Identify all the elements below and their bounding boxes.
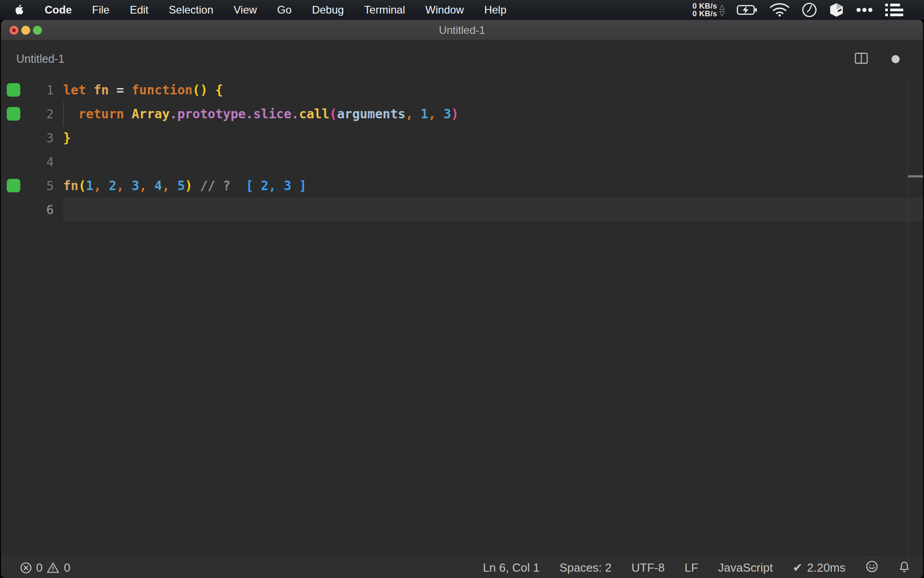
- indentation-setting[interactable]: Spaces: 2: [559, 561, 612, 575]
- line-number: 1: [1, 78, 54, 102]
- menu-items: CodeFileEditSelectionViewGoDebugTerminal…: [45, 4, 507, 16]
- overview-ruler-border: [907, 77, 908, 557]
- quokka-performance[interactable]: ✔ 2.20ms: [793, 561, 845, 575]
- editor-line-1[interactable]: 1let fn = function() {: [1, 78, 923, 102]
- editor-line-2[interactable]: 2 return Array.prototype.slice.call(argu…: [1, 102, 923, 126]
- wifi-icon[interactable]: [770, 3, 790, 17]
- open-file-label[interactable]: Untitled-1: [16, 41, 65, 77]
- code-text: let fn = function() {: [63, 78, 223, 102]
- menu-bar-left: CodeFileEditSelectionViewGoDebugTerminal…: [0, 4, 507, 16]
- menu-item-file[interactable]: File: [92, 4, 110, 16]
- window-title: Untitled-1: [1, 20, 923, 41]
- warnings-count: 0: [64, 561, 70, 575]
- upload-speed: 0 KB/s: [693, 2, 717, 10]
- menu-item-view[interactable]: View: [234, 4, 257, 16]
- menu-item-go[interactable]: Go: [277, 4, 291, 16]
- split-editor-icon[interactable]: [855, 51, 868, 67]
- editor-line-6[interactable]: 6: [1, 198, 923, 222]
- overview-ruler-cursor-marker: [908, 175, 923, 177]
- errors-count: 0: [36, 561, 42, 575]
- eol-setting[interactable]: LF: [684, 561, 698, 575]
- code-editor[interactable]: 1let fn = function() {2 return Array.pro…: [1, 77, 923, 557]
- editor-line-5[interactable]: 5fn(1, 2, 3, 4, 5) // ? [ 2, 3 ]: [1, 174, 923, 198]
- line-number: 3: [1, 126, 54, 150]
- line-number: 4: [1, 150, 54, 174]
- ellipsis-icon[interactable]: [856, 7, 873, 13]
- menu-item-debug[interactable]: Debug: [312, 4, 344, 16]
- battery-charging-icon[interactable]: [737, 4, 758, 16]
- current-line-highlight: [63, 198, 923, 222]
- code-text: return Array.prototype.slice.call(argume…: [63, 102, 459, 126]
- cube-app-icon[interactable]: [829, 3, 844, 17]
- upload-arrow-icon: △: [719, 3, 725, 10]
- problems-status[interactable]: 0 0: [20, 558, 70, 578]
- cursor-position[interactable]: Ln 6, Col 1: [483, 561, 540, 575]
- window-title-bar[interactable]: Untitled-1: [1, 20, 923, 41]
- status-bar: 0 0 Ln 6, Col 1 Spaces: 2 UTF-8 LF JavaS…: [1, 557, 923, 578]
- network-speed-indicator[interactable]: 0 KB/s 0 KB/s △ ▽: [693, 2, 725, 18]
- download-speed: 0 KB/s: [693, 10, 717, 18]
- line-number: 5: [1, 174, 54, 198]
- menu-item-edit[interactable]: Edit: [130, 4, 148, 16]
- quokka-time: 2.20ms: [807, 561, 845, 575]
- clock-icon[interactable]: [802, 2, 817, 18]
- unsaved-changes-indicator[interactable]: [892, 55, 900, 63]
- macos-menu-bar: CodeFileEditSelectionViewGoDebugTerminal…: [0, 0, 924, 20]
- menu-item-code[interactable]: Code: [45, 4, 72, 16]
- menu-item-help[interactable]: Help: [484, 4, 506, 16]
- notifications-bell-icon[interactable]: [898, 560, 910, 576]
- vscode-window: Untitled-1 Untitled-1 1let fn = function…: [1, 20, 923, 578]
- line-number: 6: [1, 198, 54, 222]
- editor-line-3[interactable]: 3}: [1, 126, 923, 150]
- line-number: 2: [1, 102, 54, 126]
- menu-item-window[interactable]: Window: [425, 4, 464, 16]
- check-icon: ✔: [793, 561, 803, 575]
- apple-menu-icon[interactable]: [14, 4, 24, 16]
- feedback-smiley-icon[interactable]: [865, 560, 878, 576]
- editor-title-area: Untitled-1: [1, 41, 923, 77]
- warnings-icon: [46, 562, 60, 574]
- encoding-setting[interactable]: UTF-8: [632, 561, 665, 575]
- menu-item-terminal[interactable]: Terminal: [364, 4, 405, 16]
- menu-bar-status-icons: 0 KB/s 0 KB/s △ ▽: [693, 0, 903, 20]
- language-mode[interactable]: JavaScript: [718, 561, 773, 575]
- code-text: fn(1, 2, 3, 4, 5) // ? [ 2, 3 ]: [63, 174, 306, 198]
- code-text: }: [63, 126, 71, 150]
- download-arrow-icon: ▽: [719, 10, 725, 17]
- editor-line-4[interactable]: 4: [1, 150, 923, 174]
- errors-icon: [20, 562, 32, 574]
- menu-item-selection[interactable]: Selection: [169, 4, 213, 16]
- notification-list-icon[interactable]: [885, 3, 903, 17]
